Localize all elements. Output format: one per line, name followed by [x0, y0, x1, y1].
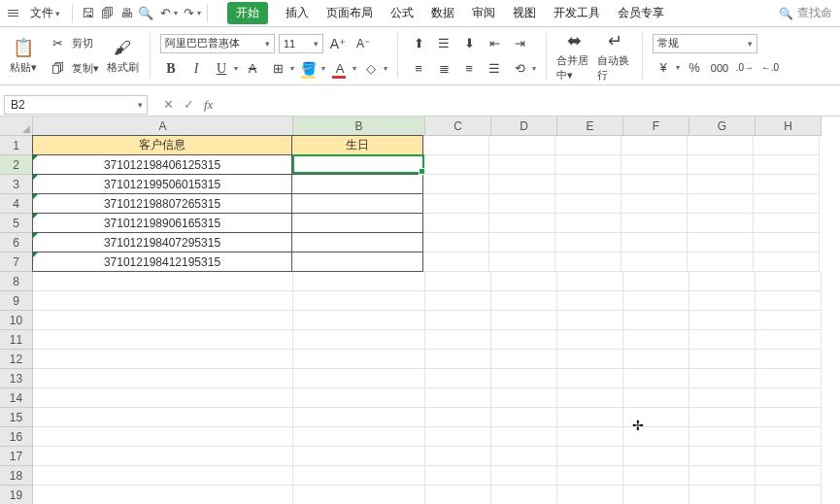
row-header-19[interactable]: 19 [0, 486, 33, 504]
cell-D15[interactable] [491, 408, 557, 427]
cell-G5[interactable] [688, 214, 754, 233]
formula-input[interactable] [222, 95, 766, 115]
cut-icon[interactable]: ✂ [47, 33, 68, 54]
hamburger-icon[interactable] [4, 10, 22, 17]
cell-A11[interactable] [33, 330, 293, 350]
cell-G12[interactable] [689, 350, 756, 369]
row-header-1[interactable]: 1 [0, 136, 33, 155]
cell-F18[interactable] [623, 466, 689, 486]
cell-A17[interactable] [33, 447, 293, 466]
cell-B6[interactable] [291, 232, 423, 252]
cell-D3[interactable] [489, 175, 555, 194]
cell-C18[interactable] [425, 466, 491, 486]
italic-button[interactable]: I [185, 58, 207, 80]
cell-B2[interactable] [291, 154, 423, 175]
cell-B12[interactable] [293, 350, 425, 369]
cell-E10[interactable] [557, 311, 623, 330]
cell-F16[interactable] [623, 427, 689, 447]
col-header-G[interactable]: G [689, 117, 756, 136]
cell-H8[interactable] [756, 272, 822, 291]
cell-E12[interactable] [557, 350, 623, 369]
cell-A8[interactable] [33, 272, 293, 291]
cell-E9[interactable] [557, 291, 623, 311]
cell-F1[interactable] [622, 136, 688, 155]
row-header-8[interactable]: 8 [0, 272, 33, 291]
cell-A4[interactable]: 371012198807265315 [32, 193, 292, 214]
file-menu[interactable]: 文件▾ [24, 5, 66, 21]
cell-C3[interactable] [423, 175, 489, 194]
wrap-text-button[interactable]: ↵ 自动换行 [597, 31, 632, 81]
row-header-17[interactable]: 17 [0, 447, 33, 466]
cell-D12[interactable] [491, 350, 557, 369]
tab-insert[interactable]: 插入 [286, 5, 309, 21]
percent-icon[interactable]: % [684, 57, 705, 79]
tab-view[interactable]: 视图 [513, 5, 536, 21]
cell-B7[interactable] [291, 252, 423, 272]
cell-A13[interactable] [33, 369, 293, 388]
orientation-icon[interactable]: ⟲ [509, 58, 530, 80]
cell-B1[interactable]: 生日 [291, 135, 423, 155]
col-header-H[interactable]: H [756, 117, 822, 136]
cell-H14[interactable] [756, 388, 822, 408]
cell-A15[interactable] [33, 408, 293, 427]
cell-C5[interactable] [423, 214, 489, 233]
decrease-decimal-icon[interactable]: ←.0 [759, 57, 781, 79]
cell-F14[interactable] [623, 388, 689, 408]
cell-H6[interactable] [754, 233, 820, 252]
merge-center-button[interactable]: ⬌ 合并居中▾ [556, 31, 591, 81]
cell-D11[interactable] [491, 330, 557, 350]
strike-button[interactable]: A [242, 58, 263, 80]
tab-member[interactable]: 会员专享 [618, 5, 664, 21]
cell-C1[interactable] [423, 136, 489, 155]
cell-D10[interactable] [491, 311, 557, 330]
bold-button[interactable]: B [160, 58, 182, 80]
cell-F19[interactable] [623, 486, 689, 504]
fill-color-button[interactable]: 🪣 [298, 58, 319, 80]
increase-font-icon[interactable]: A⁺ [327, 33, 349, 54]
redo-icon[interactable]: ↷ [180, 5, 197, 22]
row-header-16[interactable]: 16 [0, 427, 33, 447]
cell-C19[interactable] [425, 486, 491, 504]
cell-A3[interactable]: 371012199506015315 [32, 174, 292, 194]
cell-D18[interactable] [491, 466, 557, 486]
cell-E7[interactable] [555, 252, 622, 272]
cell-E5[interactable] [555, 214, 622, 233]
align-right-icon[interactable]: ≡ [458, 58, 480, 80]
align-top-icon[interactable]: ⬆ [408, 33, 429, 54]
tab-review[interactable]: 审阅 [472, 5, 495, 21]
cell-E18[interactable] [557, 466, 623, 486]
cell-C10[interactable] [425, 311, 491, 330]
cell-H1[interactable] [754, 136, 820, 155]
font-name-select[interactable]: 阿里巴巴普惠体▾ [160, 34, 275, 53]
tab-data[interactable]: 数据 [431, 5, 454, 21]
cell-F17[interactable] [623, 447, 689, 466]
cell-H19[interactable] [756, 486, 822, 504]
cell-C17[interactable] [425, 447, 491, 466]
spreadsheet-grid[interactable]: ABCDEFGH 12345678910111213141516171819 客… [0, 117, 840, 504]
cell-D9[interactable] [491, 291, 557, 311]
cell-F5[interactable] [622, 214, 688, 233]
undo-icon[interactable]: ↶ [156, 5, 174, 22]
cell-H16[interactable] [756, 427, 822, 447]
cell-C12[interactable] [425, 350, 491, 369]
cell-E15[interactable] [557, 408, 623, 427]
cell-G14[interactable] [689, 388, 756, 408]
cell-C8[interactable] [425, 272, 491, 291]
cell-B17[interactable] [293, 447, 425, 466]
cell-A6[interactable]: 371012198407295315 [32, 232, 292, 252]
cell-G8[interactable] [689, 272, 756, 291]
tab-formula[interactable]: 公式 [390, 5, 414, 21]
cell-D2[interactable] [489, 155, 555, 175]
cell-F10[interactable] [623, 311, 689, 330]
currency-icon[interactable]: ¥ [653, 57, 674, 79]
decrease-font-icon[interactable]: A⁻ [353, 33, 374, 54]
cell-E17[interactable] [557, 447, 623, 466]
cell-A14[interactable] [33, 388, 293, 408]
print-icon[interactable]: 🖶 [118, 5, 135, 22]
cell-C14[interactable] [425, 388, 491, 408]
cell-A12[interactable] [33, 350, 293, 369]
cell-D17[interactable] [491, 447, 557, 466]
cell-G1[interactable] [688, 136, 754, 155]
cell-B4[interactable] [291, 193, 423, 214]
row-header-15[interactable]: 15 [0, 408, 33, 427]
